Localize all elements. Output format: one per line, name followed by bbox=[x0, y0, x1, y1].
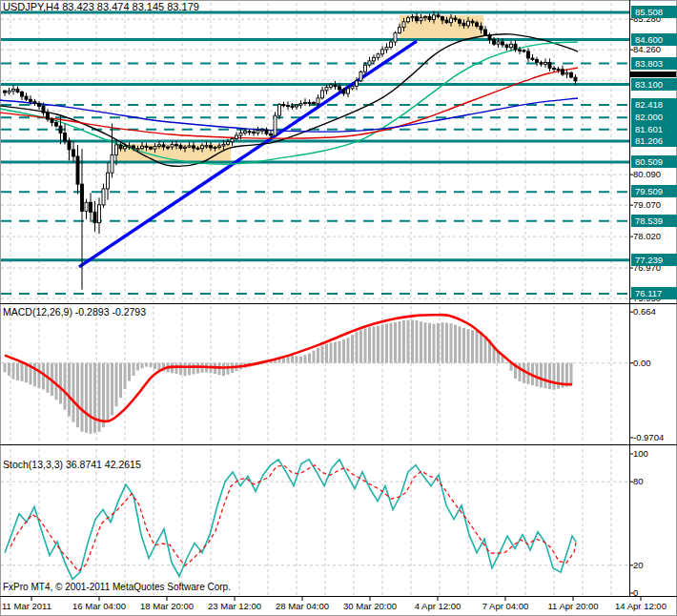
price-chart-area[interactable] bbox=[0, 0, 629, 303]
macd-panel-area[interactable] bbox=[0, 304, 629, 444]
mt4-chart-window: USDJPY,H4 83.423 83.474 83.145 83.179 MA… bbox=[0, 0, 677, 616]
price-axis[interactable] bbox=[629, 0, 677, 596]
stoch-panel-area[interactable] bbox=[0, 445, 629, 596]
time-axis[interactable] bbox=[0, 597, 677, 616]
